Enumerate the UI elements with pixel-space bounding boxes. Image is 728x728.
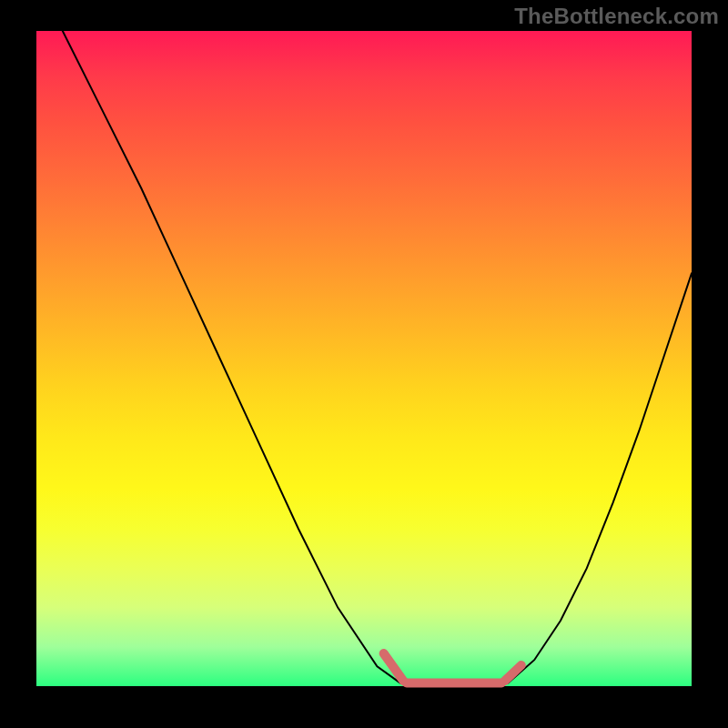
chart-svg [36,31,692,686]
accent-left-segment [384,653,404,681]
chart-frame: TheBottleneck.com [0,0,728,728]
accent-right-segment [505,665,521,681]
watermark-text: TheBottleneck.com [514,4,719,29]
left-curve-line [63,31,400,682]
plot-area [36,31,692,686]
right-curve-line [508,273,692,682]
